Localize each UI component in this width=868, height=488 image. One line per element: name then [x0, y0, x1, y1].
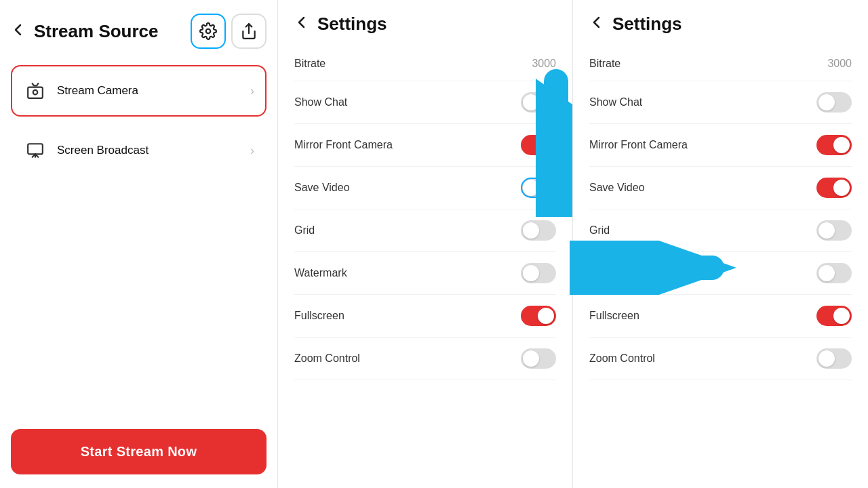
right-back-button[interactable]: [589, 15, 604, 33]
chevron-right-icon: ›: [250, 144, 254, 158]
row-label-save-video: Save Video: [294, 182, 350, 194]
left-header: Stream Source: [11, 14, 267, 49]
row-label-fullscreen: Fullscreen: [589, 310, 639, 322]
settings-row-watermark: Watermark: [589, 252, 852, 295]
toggle-fullscreen[interactable]: [816, 306, 852, 326]
svg-rect-4: [28, 144, 43, 154]
settings-row-grid: Grid: [589, 209, 852, 252]
middle-panel: Settings Bitrate3000Show ChatMirror Fron…: [278, 0, 573, 488]
share-button[interactable]: [231, 14, 267, 49]
right-settings-header: Settings: [589, 14, 852, 35]
toggle-watermark[interactable]: [816, 263, 852, 283]
settings-row-watermark: Watermark: [294, 252, 556, 295]
middle-settings-header: Settings: [294, 14, 556, 35]
row-label-show-chat: Show Chat: [589, 96, 642, 108]
toggle-fullscreen[interactable]: [521, 306, 556, 326]
row-label-watermark: Watermark: [589, 267, 642, 279]
toggle-mirror-front-camera[interactable]: [816, 135, 852, 155]
right-settings-title: Settings: [612, 14, 682, 35]
settings-row-show-chat: Show Chat: [294, 81, 556, 124]
gear-button[interactable]: [191, 14, 226, 49]
source-list: Stream Camera › Screen Broadcast ›: [11, 65, 267, 184]
toggle-zoom-control[interactable]: [521, 348, 556, 369]
row-label-zoom-control: Zoom Control: [294, 352, 360, 365]
source-item-stream-camera[interactable]: Stream Camera ›: [11, 65, 267, 117]
source-label: Stream Camera: [57, 84, 250, 98]
toggle-grid[interactable]: [521, 220, 556, 241]
toggle-mirror-front-camera[interactable]: [521, 135, 556, 155]
row-label-mirror-front-camera: Mirror Front Camera: [589, 139, 688, 151]
toggle-show-chat[interactable]: [816, 92, 852, 113]
svg-point-0: [206, 29, 211, 34]
settings-row-mirror-front-camera: Mirror Front Camera: [294, 124, 556, 167]
row-label-mirror-front-camera: Mirror Front Camera: [294, 139, 393, 151]
settings-row-bitrate: Bitrate3000: [294, 47, 556, 81]
toggle-watermark[interactable]: [521, 263, 556, 283]
settings-row-save-video: Save Video: [294, 167, 556, 209]
row-label-save-video: Save Video: [589, 182, 645, 194]
row-label-zoom-control: Zoom Control: [589, 352, 655, 365]
middle-back-button[interactable]: [294, 15, 309, 33]
settings-row-fullscreen: Fullscreen: [294, 295, 556, 338]
settings-row-zoom-control: Zoom Control: [294, 338, 556, 380]
source-item-screen-broadcast[interactable]: Screen Broadcast ›: [11, 125, 267, 176]
settings-row-grid: Grid: [294, 209, 556, 252]
left-panel: Stream Source Stream Camera ›: [0, 0, 278, 488]
row-label-fullscreen: Fullscreen: [294, 310, 344, 322]
camera-icon: [23, 79, 47, 103]
row-label-bitrate: Bitrate: [294, 58, 326, 70]
page-title: Stream Source: [34, 21, 185, 42]
toggle-save-video[interactable]: [521, 178, 556, 198]
svg-point-3: [33, 90, 38, 95]
row-value-bitrate: 3000: [827, 58, 852, 70]
middle-settings-title: Settings: [317, 14, 387, 35]
row-value-bitrate: 3000: [532, 58, 556, 70]
chevron-right-icon: ›: [250, 84, 254, 98]
settings-row-show-chat: Show Chat: [589, 81, 852, 124]
broadcast-icon: [23, 138, 47, 163]
toggle-grid[interactable]: [816, 220, 852, 241]
row-label-watermark: Watermark: [294, 267, 347, 279]
row-label-show-chat: Show Chat: [294, 96, 347, 108]
settings-row-bitrate: Bitrate3000: [589, 47, 852, 81]
right-panel: Settings Bitrate3000Show ChatMirror Fron…: [573, 0, 868, 488]
toggle-show-chat[interactable]: [521, 92, 556, 113]
toggle-save-video[interactable]: [816, 178, 852, 198]
row-label-grid: Grid: [294, 224, 315, 237]
source-label: Screen Broadcast: [57, 144, 250, 157]
start-stream-button[interactable]: Start Stream Now: [11, 429, 267, 474]
row-label-bitrate: Bitrate: [589, 58, 620, 70]
toggle-zoom-control[interactable]: [816, 348, 852, 369]
settings-row-fullscreen: Fullscreen: [589, 295, 852, 338]
back-button[interactable]: [11, 22, 26, 41]
settings-row-zoom-control: Zoom Control: [589, 338, 852, 380]
right-settings-rows: Bitrate3000Show ChatMirror Front CameraS…: [589, 47, 852, 380]
row-label-grid: Grid: [589, 224, 610, 237]
svg-rect-2: [28, 87, 43, 98]
middle-settings-rows: Bitrate3000Show ChatMirror Front CameraS…: [294, 47, 556, 380]
settings-row-save-video: Save Video: [589, 167, 852, 209]
settings-row-mirror-front-camera: Mirror Front Camera: [589, 124, 852, 167]
